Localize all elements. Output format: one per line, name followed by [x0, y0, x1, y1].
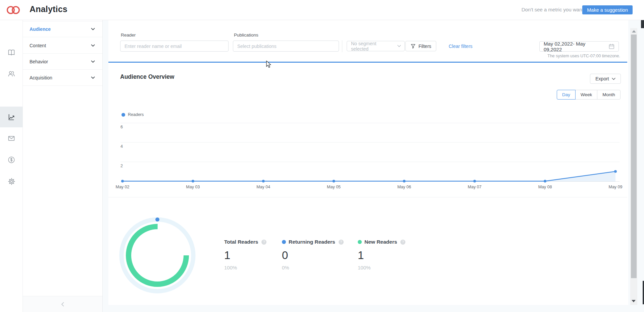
- stat-new-readers: New Readers ? 1 100%: [358, 239, 405, 270]
- readers-donut-chart: [119, 216, 196, 295]
- settings-gear-icon[interactable]: [0, 173, 23, 189]
- sidebar-item-content[interactable]: Content: [23, 38, 102, 54]
- svg-text:May 09: May 09: [609, 185, 623, 189]
- sidebar-item-label: Audience: [30, 26, 91, 32]
- stat-label: Total Readers: [224, 239, 258, 245]
- svg-text:May 03: May 03: [186, 185, 200, 189]
- sidebar-item-label: Content: [30, 43, 91, 48]
- svg-text:May 04: May 04: [256, 185, 270, 189]
- readers-line-chart: 246May 02May 03May 04May 05May 06May 07M…: [109, 119, 628, 191]
- sidebar-item-audience[interactable]: Audience: [23, 21, 102, 37]
- stat-dot-icon: [282, 240, 286, 244]
- stat-total-readers: Total Readers ? 1 100%: [224, 239, 266, 270]
- granularity-toggle: Day Week Month: [557, 90, 621, 100]
- chevron-down-icon: [91, 60, 95, 63]
- stat-percent: 100%: [358, 265, 405, 270]
- stat-label: Returning Readers: [289, 239, 335, 245]
- legend-dot-icon: [121, 113, 125, 117]
- segment-select[interactable]: No segment selected: [347, 41, 405, 51]
- scroll-down-arrow-icon[interactable]: [632, 300, 636, 302]
- svg-text:6: 6: [120, 125, 123, 129]
- date-range-value: May 02,2022- May 09,2022: [544, 41, 604, 52]
- chevron-down-icon: [91, 44, 95, 47]
- chart-legend[interactable]: Readers: [121, 112, 144, 117]
- icon-rail: [0, 20, 23, 312]
- chevron-down-icon: [91, 76, 95, 79]
- scrollbar-thumb[interactable]: [631, 35, 637, 278]
- help-icon[interactable]: ?: [400, 240, 405, 245]
- stat-value: 1: [224, 249, 266, 262]
- reader-filter-label: Reader: [121, 33, 136, 38]
- clear-filters-link[interactable]: Clear filters: [449, 44, 473, 49]
- legend-label: Readers: [128, 112, 144, 117]
- chevron-down-icon: [91, 28, 95, 30]
- toggle-month-button[interactable]: Month: [597, 90, 621, 100]
- make-suggestion-button[interactable]: Make a suggestion: [582, 5, 633, 14]
- users-icon[interactable]: [0, 66, 23, 82]
- filter-separator: [342, 40, 342, 52]
- sidebar-nav: Audience Content Behavior Acquisition: [23, 20, 103, 312]
- stat-label: New Readers: [364, 239, 397, 245]
- svg-text:May 02: May 02: [116, 185, 130, 189]
- chevron-down-icon: [397, 45, 401, 47]
- stat-percent: 100%: [224, 265, 266, 270]
- page-title: Analytics: [30, 4, 67, 14]
- svg-text:May 06: May 06: [397, 185, 411, 189]
- mouse-cursor: [266, 61, 274, 70]
- svg-text:2: 2: [120, 164, 123, 168]
- section-title: Audience Overview: [120, 73, 174, 80]
- stat-percent: 0%: [282, 265, 344, 270]
- section-divider: [108, 197, 627, 197]
- active-tab-indicator: [108, 62, 627, 63]
- reader-search-input[interactable]: [120, 41, 229, 52]
- stat-returning-readers: Returning Readers ? 0 0%: [282, 239, 344, 270]
- analytics-app: Analytics Don't see a metric you want? M…: [0, 0, 644, 312]
- sidebar-collapse-button[interactable]: [23, 296, 102, 312]
- sidebar-item-label: Behavior: [30, 59, 91, 64]
- export-button-label: Export: [595, 76, 609, 81]
- stat-value: 0: [282, 249, 344, 262]
- sidebar-item-behavior[interactable]: Behavior: [23, 54, 102, 70]
- calendar-icon: [609, 44, 614, 49]
- filters-button[interactable]: Filters: [405, 41, 436, 51]
- scroll-up-arrow-icon[interactable]: [632, 30, 636, 33]
- chevron-down-icon: [612, 78, 615, 80]
- toggle-week-button[interactable]: Week: [575, 90, 597, 100]
- brand-logo-icon[interactable]: [5, 4, 21, 17]
- revenue-dollar-icon[interactable]: [0, 152, 23, 168]
- stat-dot-icon: [358, 240, 362, 244]
- help-icon[interactable]: ?: [339, 240, 344, 245]
- book-icon[interactable]: [0, 45, 23, 61]
- toggle-day-button[interactable]: Day: [557, 90, 576, 100]
- sidebar-item-acquisition[interactable]: Acquisition: [23, 70, 102, 86]
- help-icon[interactable]: ?: [261, 240, 266, 245]
- export-button[interactable]: Export: [590, 74, 621, 84]
- segment-select-value: No segment selected: [351, 41, 394, 52]
- filters-button-label: Filters: [418, 44, 431, 49]
- svg-text:May 05: May 05: [327, 185, 341, 189]
- sidebar-item-label: Acquisition: [30, 75, 91, 80]
- metric-prompt-text: Don't see a metric you want?: [522, 7, 586, 12]
- mail-icon[interactable]: [0, 130, 23, 146]
- screen-edge-artifact: [643, 281, 644, 304]
- svg-text:May 07: May 07: [468, 185, 482, 189]
- filter-funnel-icon: [410, 44, 416, 49]
- top-header: Analytics Don't see a metric you want? M…: [0, 0, 644, 20]
- publications-filter-label: Publications: [234, 33, 258, 38]
- timezone-note: The system uses UTC-07:00 timezone.: [534, 54, 620, 58]
- analytics-chart-icon[interactable]: [0, 107, 23, 127]
- collapse-chevron-icon: [61, 302, 64, 307]
- date-range-picker[interactable]: May 02,2022- May 09,2022: [539, 41, 619, 52]
- stat-value: 1: [358, 249, 405, 262]
- svg-text:4: 4: [120, 144, 123, 149]
- publications-select-input[interactable]: [233, 41, 339, 52]
- svg-text:May 08: May 08: [538, 185, 552, 189]
